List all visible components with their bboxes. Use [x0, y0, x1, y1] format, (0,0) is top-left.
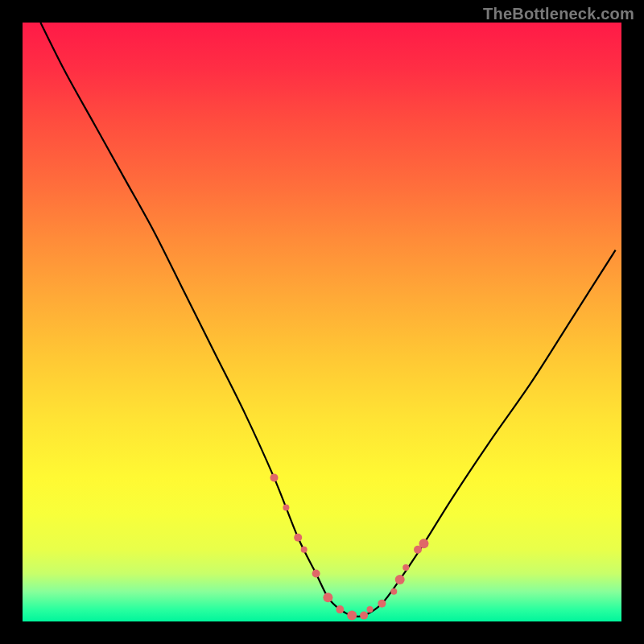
- chart-marker: [270, 473, 279, 481]
- chart-marker: [336, 605, 344, 613]
- bottleneck-curve-line: [40, 23, 615, 617]
- chart-marker: [323, 592, 332, 602]
- chart-marker: [283, 505, 289, 511]
- chart-marker: [390, 588, 397, 595]
- chart-marker: [395, 575, 405, 584]
- chart-marker: [347, 611, 357, 621]
- chart-svg: [23, 23, 621, 621]
- chart-marker: [378, 600, 386, 608]
- chart-marker: [419, 539, 429, 548]
- chart-marker: [312, 570, 320, 578]
- chart-marker: [367, 606, 374, 613]
- chart-marker: [294, 534, 302, 542]
- chart-plot-area: [23, 23, 621, 621]
- chart-marker: [301, 547, 308, 553]
- chart-marker: [360, 612, 368, 620]
- chart-marker: [402, 564, 409, 571]
- chart-markers-group: [270, 473, 429, 620]
- watermark-text: TheBottleneck.com: [483, 5, 634, 23]
